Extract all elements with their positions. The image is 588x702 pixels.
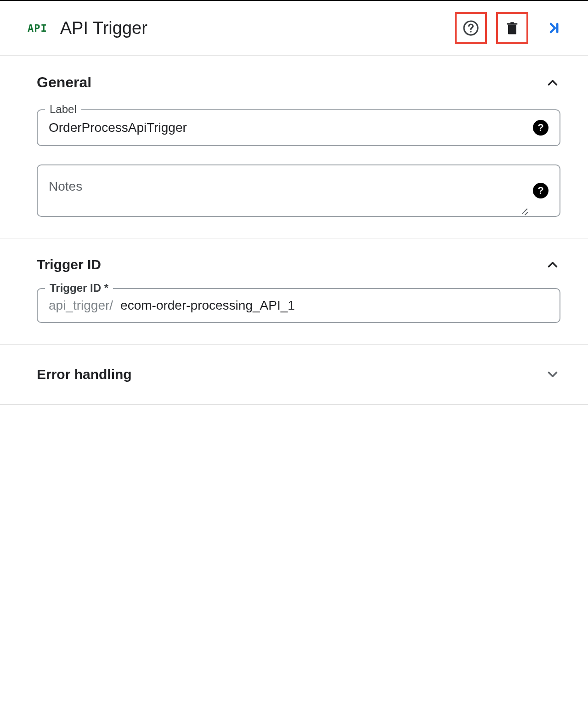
api-trigger-panel: API API Trigger: [0, 0, 588, 405]
collapse-right-icon: [545, 20, 562, 36]
chevron-down-icon: [545, 367, 560, 382]
label-input[interactable]: [49, 110, 528, 145]
trash-icon: [504, 20, 520, 36]
api-badge: API: [28, 23, 47, 34]
trigger-id-value: ecom-order-processing_API_1: [120, 289, 548, 322]
label-field-box: ?: [37, 109, 560, 146]
section-title: General: [37, 74, 91, 91]
section-trigger-id: Trigger ID Trigger ID * api_trigger/ eco…: [0, 238, 588, 345]
notes-field-box: ?: [37, 164, 560, 217]
help-button[interactable]: [455, 12, 487, 44]
notes-field: ?: [37, 164, 560, 217]
trigger-id-box[interactable]: api_trigger/ ecom-order-processing_API_1: [37, 288, 560, 323]
svg-point-1: [470, 31, 471, 32]
notes-help-button[interactable]: ?: [533, 183, 548, 198]
panel-title: API Trigger: [60, 18, 455, 38]
header-actions: [455, 12, 570, 44]
collapse-panel-button[interactable]: [537, 12, 570, 44]
section-general: General Label ?: [0, 56, 588, 238]
label-help-button[interactable]: ?: [533, 120, 548, 136]
panel-header: API API Trigger: [0, 1, 588, 56]
question-icon: ?: [537, 122, 543, 134]
section-error-handling-toggle[interactable]: Error handling: [37, 367, 560, 382]
section-title: Error handling: [37, 367, 132, 382]
section-general-toggle[interactable]: General: [37, 74, 560, 91]
trigger-id-field: Trigger ID * api_trigger/ ecom-order-pro…: [37, 288, 560, 323]
section-error-handling: Error handling: [0, 345, 588, 405]
label-field: Label ?: [37, 109, 560, 146]
chevron-up-icon: [545, 257, 560, 272]
question-icon: ?: [537, 185, 543, 197]
trigger-id-legend: Trigger ID *: [45, 282, 113, 294]
section-trigger-id-toggle[interactable]: Trigger ID: [37, 257, 560, 272]
chevron-up-icon: [545, 75, 560, 91]
delete-button[interactable]: [496, 12, 528, 44]
notes-textarea[interactable]: [49, 165, 528, 216]
section-title: Trigger ID: [37, 257, 101, 272]
label-field-legend: Label: [45, 103, 81, 116]
help-circle-icon: [462, 19, 480, 37]
